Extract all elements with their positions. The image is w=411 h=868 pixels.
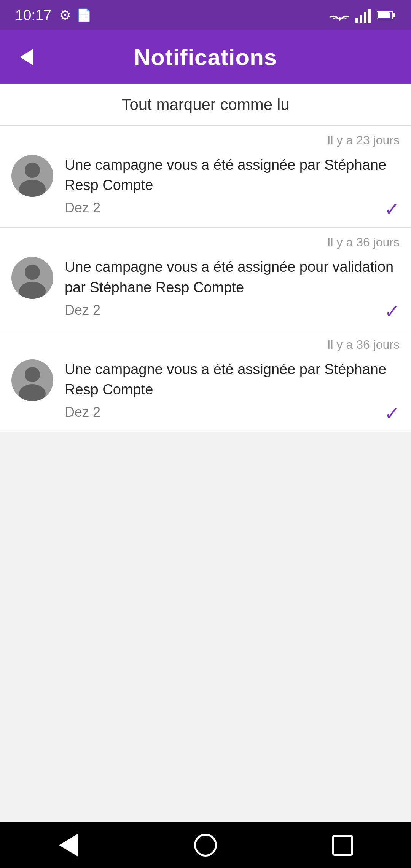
app-bar: Notifications [0, 30, 411, 84]
avatar-image [11, 257, 53, 299]
svg-point-8 [25, 163, 40, 178]
sim-icon: 📄 [76, 8, 92, 22]
nav-home-icon [194, 834, 217, 857]
signal-icon [355, 8, 371, 23]
notification-message: Une campagne vous a été assignée par Sté… [65, 155, 400, 195]
status-bar-right [330, 8, 396, 23]
notification-body: Une campagne vous a été assignée par Sté… [11, 155, 400, 216]
mark-all-read-label: Tout marquer comme lu [121, 96, 289, 114]
notification-item[interactable]: Il y a 36 jours Une campagne vous a été … [0, 228, 411, 330]
svg-rect-1 [360, 15, 362, 23]
svg-rect-6 [378, 12, 390, 18]
notification-body: Une campagne vous a été assignée par Sté… [11, 359, 400, 420]
status-bar-left: 10:17 ⚙ 📄 [15, 7, 92, 24]
wifi-icon [330, 8, 349, 23]
notification-content: Une campagne vous a été assignée par Sté… [65, 155, 400, 216]
svg-point-14 [25, 367, 40, 382]
avatar-image [11, 359, 53, 401]
nav-recents-button[interactable] [320, 830, 365, 860]
settings-icon: ⚙ [59, 7, 71, 23]
back-button[interactable] [11, 42, 42, 72]
nav-back-button[interactable] [46, 830, 91, 860]
notifications-list: Il y a 23 jours Une campagne vous a été … [0, 126, 411, 432]
navigation-bar [0, 822, 411, 868]
avatar [11, 257, 53, 299]
nav-back-icon [59, 834, 78, 857]
read-check-icon: ✓ [384, 198, 400, 220]
svg-point-11 [25, 265, 40, 280]
notification-timestamp: Il y a 36 jours [11, 338, 400, 352]
status-bar: 10:17 ⚙ 📄 [0, 0, 411, 30]
nav-recents-icon [332, 835, 353, 856]
avatar-image [11, 155, 53, 197]
status-system-icons: ⚙ 📄 [59, 7, 92, 23]
status-time: 10:17 [15, 7, 51, 24]
back-arrow-icon [20, 49, 33, 65]
svg-rect-3 [368, 9, 371, 23]
page-title: Notifications [42, 44, 369, 70]
notification-timestamp: Il y a 36 jours [11, 235, 400, 249]
read-check-icon: ✓ [384, 301, 400, 322]
read-check-icon: ✓ [384, 403, 400, 424]
mark-all-read-button[interactable]: Tout marquer comme lu [0, 84, 411, 126]
notification-message: Une campagne vous a été assignée par Sté… [65, 359, 400, 400]
svg-rect-2 [364, 12, 366, 23]
avatar [11, 155, 53, 197]
notification-content: Une campagne vous a été assignée pour va… [65, 257, 400, 318]
notification-subject: Dez 2 [65, 200, 400, 216]
notification-content: Une campagne vous a été assignée par Sté… [65, 359, 400, 420]
notification-subject: Dez 2 [65, 404, 400, 420]
notification-item[interactable]: Il y a 36 jours Une campagne vous a été … [0, 330, 411, 432]
notification-item[interactable]: Il y a 23 jours Une campagne vous a été … [0, 126, 411, 228]
avatar [11, 359, 53, 401]
notification-message: Une campagne vous a été assignée pour va… [65, 257, 400, 297]
svg-rect-0 [355, 18, 358, 23]
nav-home-button[interactable] [183, 830, 228, 860]
notification-subject: Dez 2 [65, 302, 400, 318]
notification-timestamp: Il y a 23 jours [11, 133, 400, 147]
svg-rect-5 [393, 13, 395, 17]
battery-icon [377, 10, 396, 21]
notification-body: Une campagne vous a été assignée pour va… [11, 257, 400, 318]
